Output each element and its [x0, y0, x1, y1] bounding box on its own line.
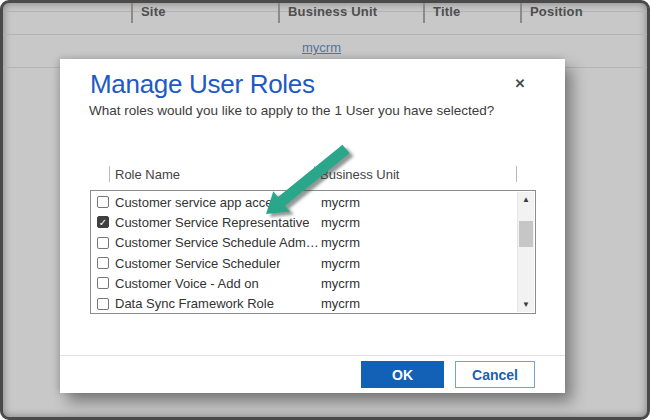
footer-divider: [60, 355, 565, 356]
mycrm-link[interactable]: mycrm: [302, 40, 341, 55]
scroll-down-icon[interactable]: ▼: [518, 297, 534, 312]
role-checkbox[interactable]: [97, 298, 109, 310]
role-name-label: Customer Service Schedule Administrat...: [115, 235, 321, 250]
screenshot-frame: Site Business Unit Title Position mycrm …: [0, 0, 650, 420]
role-row[interactable]: Customer service app access mycrm: [91, 192, 516, 212]
role-name-label: Data Sync Framework Role: [115, 296, 274, 311]
role-checkbox[interactable]: [97, 237, 109, 249]
cancel-button[interactable]: Cancel: [455, 361, 535, 388]
role-checkbox[interactable]: [97, 257, 109, 269]
role-checkbox[interactable]: [97, 277, 109, 289]
roles-list: Customer service app access mycrm ✓ Cust…: [91, 192, 516, 314]
role-name-label: Customer Voice - Add on: [115, 276, 259, 291]
role-checkbox[interactable]: ✓: [97, 216, 109, 228]
business-unit-value: mycrm: [321, 256, 360, 271]
role-name-label: Customer service app access: [115, 195, 286, 210]
column-header-position: Position: [520, 0, 583, 23]
dialog-title: Manage User Roles: [90, 69, 315, 100]
business-unit-value: mycrm: [321, 276, 360, 291]
role-row[interactable]: Customer Service Schedule Administrat...…: [91, 233, 516, 253]
column-header-label: Position: [530, 4, 583, 19]
list-column-header-business-unit: Business Unit: [320, 167, 399, 182]
scrollbar[interactable]: ▲ ▼: [517, 192, 534, 312]
role-row[interactable]: ✓ Customer Service Representative mycrm: [91, 212, 516, 232]
column-header-label: Site: [141, 4, 166, 19]
role-name-label: Customer Service Scheduler: [115, 256, 280, 271]
business-unit-value: mycrm: [321, 235, 360, 250]
business-unit-value: mycrm: [321, 195, 360, 210]
close-icon[interactable]: ✕: [510, 74, 530, 94]
column-header-label: Business Unit: [288, 4, 377, 19]
background-gridline: [3, 34, 647, 35]
business-unit-value: mycrm: [321, 296, 360, 311]
list-column-header-role-name: Role Name: [115, 167, 180, 182]
role-row[interactable]: Customer Service Scheduler mycrm: [91, 253, 516, 273]
manage-user-roles-dialog: Manage User Roles ✕ What roles would you…: [60, 59, 565, 393]
role-name-label: Customer Service Representative: [115, 215, 309, 230]
scroll-thumb[interactable]: [519, 221, 533, 247]
role-checkbox[interactable]: [97, 196, 109, 208]
dialog-subtitle: What roles would you like to apply to th…: [89, 103, 494, 118]
roles-listbox: Customer service app access mycrm ✓ Cust…: [90, 190, 536, 314]
column-header-title: Title: [423, 0, 461, 23]
column-header-site: Site: [131, 0, 166, 23]
role-row[interactable]: Data Sync Framework Role mycrm: [91, 293, 516, 313]
column-header-label: Title: [433, 4, 461, 19]
list-header-divider: [109, 166, 110, 182]
column-header-business-unit: Business Unit: [278, 0, 377, 23]
list-header-divider: [314, 166, 315, 182]
role-row[interactable]: Customer Voice - Add on mycrm: [91, 273, 516, 293]
business-unit-value: mycrm: [321, 215, 360, 230]
ok-button[interactable]: OK: [361, 361, 444, 388]
list-header-divider: [516, 166, 517, 182]
scroll-up-icon[interactable]: ▲: [518, 192, 534, 207]
